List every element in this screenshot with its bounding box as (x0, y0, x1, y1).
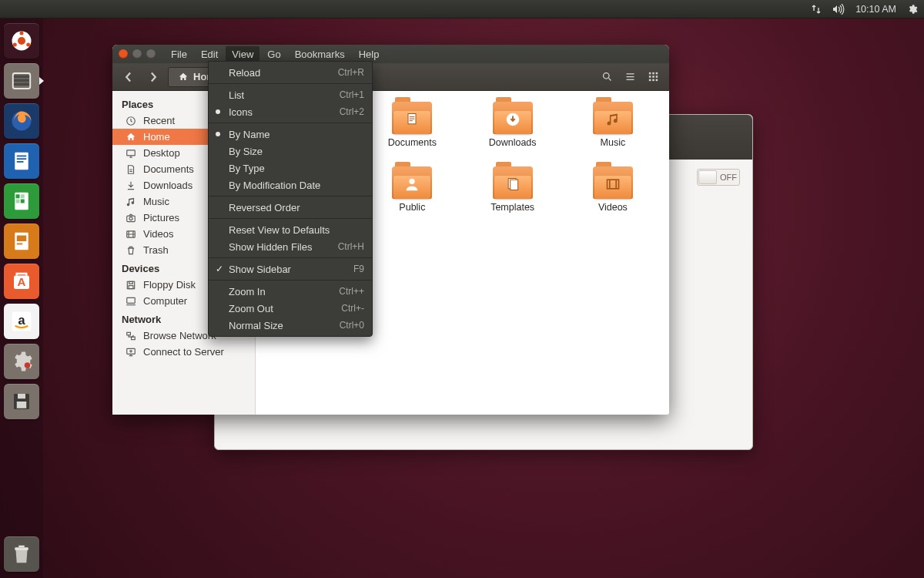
launcher-amazon[interactable]: a (4, 304, 39, 339)
launcher-software[interactable]: A (4, 264, 39, 299)
launcher-files[interactable] (4, 63, 39, 99)
folder-icon (392, 102, 432, 134)
menu-edit[interactable]: Edit (195, 46, 224, 62)
nav-back-button[interactable] (119, 67, 139, 87)
svg-rect-43 (127, 150, 136, 155)
launcher-calc[interactable] (4, 183, 39, 219)
launcher-firefox[interactable] (4, 103, 39, 139)
menu-item-by-name[interactable]: By Name (209, 126, 372, 143)
folder-public[interactable]: Public (366, 166, 458, 231)
menu-file[interactable]: File (165, 46, 193, 62)
menu-item-label: Show Hidden Files (229, 241, 312, 253)
menu-item-reload[interactable]: ReloadCtrl+R (209, 64, 372, 81)
window-maximize-button[interactable] (146, 49, 156, 59)
menu-item-reversed-order[interactable]: Reversed Order (209, 199, 372, 216)
menu-item-shortcut: Ctrl+- (341, 303, 364, 314)
menu-item-shortcut: Ctrl+H (338, 241, 364, 252)
menu-item-shortcut: Ctrl+1 (340, 89, 364, 100)
folder-label: Public (399, 202, 425, 213)
grid-icon (648, 71, 659, 82)
menu-bookmarks[interactable]: Bookmarks (289, 46, 351, 62)
menu-view[interactable]: View (226, 46, 259, 62)
search-button[interactable] (597, 67, 617, 87)
launcher-trash[interactable] (4, 536, 39, 572)
svg-rect-36 (648, 76, 651, 78)
menu-item-zoom-out[interactable]: Zoom OutCtrl+- (209, 300, 372, 317)
menu-item-show-hidden-files[interactable]: Show Hidden FilesCtrl+H (209, 238, 372, 255)
window-close-button[interactable] (119, 49, 128, 59)
svg-rect-49 (129, 285, 133, 288)
menu-item-by-modification-date[interactable]: By Modification Date (209, 176, 372, 193)
launcher-writer[interactable] (4, 143, 39, 179)
sidebar-item-connect-to-server[interactable]: Connect to Server (112, 344, 255, 360)
launcher-dash[interactable] (4, 23, 39, 59)
list-icon (624, 71, 636, 82)
menu-item-by-size[interactable]: By Size (209, 143, 372, 160)
nav-forward-button[interactable] (143, 67, 163, 87)
launcher-settings[interactable] (4, 344, 39, 379)
launcher-floppy[interactable] (4, 384, 39, 419)
toggle-knob (698, 170, 717, 184)
svg-rect-5 (14, 76, 29, 79)
top-panel: 10:10 AM (0, 0, 924, 18)
svg-rect-39 (648, 79, 651, 82)
svg-rect-18 (21, 200, 25, 203)
radio-bullet-icon (216, 132, 220, 136)
menubar: FileEditViewGoBookmarksHelp (165, 46, 385, 62)
menu-separator (209, 196, 372, 197)
menu-item-icons[interactable]: IconsCtrl+2 (209, 103, 372, 120)
svg-rect-40 (652, 79, 654, 82)
menu-separator (209, 280, 372, 281)
menu-item-normal-size[interactable]: Normal SizeCtrl+0 (209, 317, 372, 334)
svg-rect-7 (14, 83, 29, 86)
menu-item-label: Reversed Order (229, 202, 300, 213)
svg-rect-28 (18, 394, 25, 398)
menu-item-shortcut: Ctrl+0 (340, 320, 364, 331)
svg-rect-38 (655, 76, 658, 78)
folder-templates[interactable]: Templates (467, 166, 559, 231)
folder-label: Videos (598, 202, 628, 213)
doc-icon (125, 163, 137, 176)
svg-rect-34 (652, 72, 654, 75)
menu-go[interactable]: Go (261, 46, 286, 62)
window-minimize-button[interactable] (132, 49, 142, 59)
menu-item-by-type[interactable]: By Type (209, 160, 372, 176)
menu-item-show-sidebar[interactable]: ✓Show SidebarF9 (209, 260, 372, 277)
folder-label: Downloads (489, 137, 537, 148)
svg-rect-21 (17, 244, 23, 245)
menu-item-label: Zoom Out (229, 303, 273, 314)
folder-label: Music (601, 137, 626, 148)
sidebar-item-label: Computer (143, 295, 187, 307)
folder-videos[interactable]: Videos (567, 166, 659, 231)
menu-item-list[interactable]: ListCtrl+1 (209, 86, 372, 103)
clock[interactable]: 10:10 AM (855, 4, 896, 15)
view-list-button[interactable] (620, 67, 640, 87)
sidebar-item-label: Documents (143, 163, 194, 175)
svg-rect-17 (16, 200, 20, 203)
menu-separator (209, 218, 372, 219)
radio-bullet-icon (216, 109, 220, 114)
view-grid-button[interactable] (643, 67, 663, 87)
launcher-impress[interactable] (4, 223, 39, 259)
svg-point-3 (26, 43, 30, 47)
svg-rect-48 (129, 281, 133, 284)
menu-item-zoom-in[interactable]: Zoom InCtrl++ (209, 283, 372, 300)
menu-separator (209, 257, 372, 258)
sidebar-item-label: Floppy Disk (143, 279, 196, 291)
svg-point-54 (130, 350, 132, 351)
svg-rect-6 (14, 79, 29, 82)
off-toggle[interactable]: OFF (697, 169, 740, 186)
folder-documents[interactable]: Documents (366, 102, 458, 166)
sidebar-item-label: Trash (143, 244, 169, 256)
menu-item-label: By Name (229, 129, 270, 140)
folder-downloads[interactable]: Downloads (467, 102, 559, 166)
menu-item-reset-view-to-defaults[interactable]: Reset View to Defaults (209, 221, 372, 238)
session-cog-icon[interactable] (907, 4, 918, 15)
svg-point-60 (410, 179, 415, 184)
menu-help[interactable]: Help (353, 46, 386, 62)
folder-music[interactable]: Music (567, 102, 659, 166)
network-indicator[interactable] (811, 4, 822, 15)
menu-item-label: Icons (229, 106, 253, 118)
volume-indicator[interactable] (832, 4, 845, 15)
titlebar[interactable]: FileEditViewGoBookmarksHelp (112, 45, 669, 63)
